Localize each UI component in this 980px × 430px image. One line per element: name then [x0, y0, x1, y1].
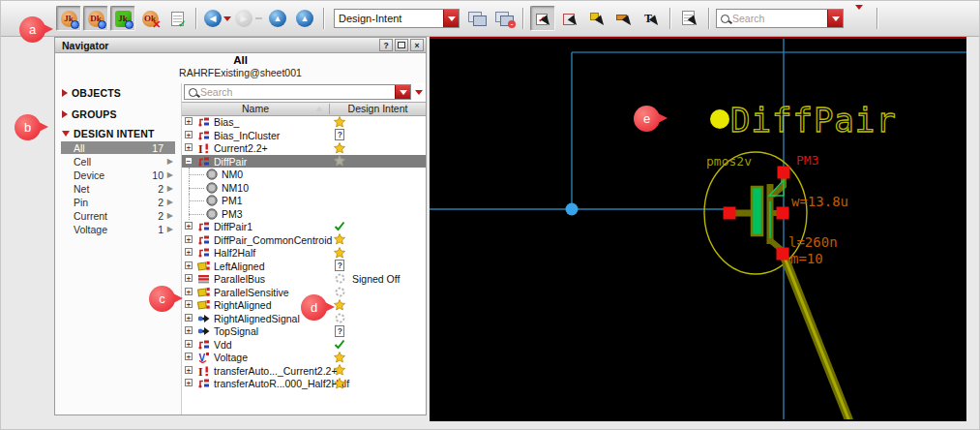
restore-button[interactable] [395, 39, 408, 51]
filter-pin[interactable]: Pin2▶ [61, 196, 175, 208]
expand-icon[interactable]: + [185, 326, 193, 334]
tree-row-half2half[interactable]: +Half2Half [182, 246, 426, 260]
design-intent-cell[interactable] [329, 312, 350, 325]
toolbar-search-input[interactable]: Search [716, 9, 844, 28]
tree-row-vdd[interactable]: +Vdd [182, 338, 426, 352]
tree-row-transferautor-000-half2half[interactable]: +transferAutoR...000_Half2Half [182, 377, 426, 390]
tree-row-topsignal[interactable]: +TopSignal? [182, 324, 426, 338]
design-intent-cell[interactable] [329, 364, 350, 378]
expand-icon[interactable]: + [185, 340, 193, 348]
close-button[interactable]: × [410, 39, 424, 51]
design-intent-cell[interactable] [329, 233, 350, 247]
attach-intent-button[interactable]: Jk [56, 6, 81, 31]
section-design-intent[interactable]: DESIGN INTENT [62, 128, 155, 139]
expand-icon[interactable]: + [185, 314, 193, 322]
design-intent-cell[interactable] [329, 351, 350, 364]
expand-icon[interactable]: + [185, 300, 193, 308]
tree-row-diffpair1[interactable]: +DiffPair1 [182, 220, 426, 233]
tree-row-voltage[interactable]: +VVoltage [182, 351, 426, 364]
tree-row-nm0[interactable]: NM0 [182, 168, 426, 181]
column-header-name[interactable]: Name [182, 103, 329, 114]
expand-icon[interactable]: + [185, 131, 193, 138]
search-history-button[interactable] [413, 90, 424, 95]
column-header-design-intent[interactable]: Design Intent [330, 103, 426, 114]
device-type-label[interactable]: pmos2v [706, 154, 752, 169]
expand-icon[interactable]: + [185, 222, 193, 230]
design-intent-cell[interactable] [329, 155, 350, 169]
select-area-button[interactable] [557, 6, 582, 31]
remove-window-button[interactable]: - [491, 6, 517, 31]
navigator-titlebar[interactable]: Navigator ? × [55, 38, 426, 53]
filter-current[interactable]: Current2▶ [61, 209, 175, 222]
expand-icon[interactable]: + [185, 117, 193, 125]
tree-row-nm10[interactable]: NM10 [182, 181, 426, 195]
section-objects[interactable]: OBJECTS [62, 87, 121, 99]
tree-row-parallelbus[interactable]: +ParallelBusSigned Off [182, 272, 426, 286]
tree-row-pm3[interactable]: PM3 [182, 207, 426, 221]
design-intent-cell[interactable] [329, 141, 350, 155]
select-text-button[interactable]: T [638, 6, 664, 31]
design-intent-cell[interactable] [329, 338, 350, 352]
expand-icon[interactable]: + [185, 235, 193, 243]
section-groups[interactable]: GROUPS [62, 108, 117, 120]
design-intent-cell[interactable] [329, 246, 350, 260]
forward-button[interactable]: ▶ [234, 6, 263, 31]
attach-net-intent-button[interactable]: Jk [110, 6, 135, 31]
select-verified-button[interactable]: ✓ [530, 6, 555, 31]
expand-icon[interactable]: + [185, 248, 193, 256]
design-intent-cell[interactable] [329, 377, 350, 390]
filter-voltage[interactable]: Voltage1▶ [61, 223, 175, 235]
help-button[interactable]: ? [379, 39, 393, 51]
design-intent-cell[interactable] [329, 115, 350, 129]
instance-name-label[interactable]: PM3 [796, 153, 818, 168]
tree-row-pm1[interactable]: PM1 [182, 194, 426, 207]
report-button[interactable] [677, 6, 702, 31]
expand-icon[interactable]: + [185, 288, 193, 295]
design-intent-cell[interactable] [329, 286, 350, 299]
expand-icon[interactable]: + [185, 261, 193, 269]
param-length-label[interactable]: l=260n [788, 234, 838, 250]
filter-net[interactable]: Net2▶ [61, 182, 175, 195]
design-intent-cell[interactable] [329, 272, 350, 286]
duplicate-window-button[interactable] [464, 6, 490, 31]
attach-device-intent-button[interactable]: Dk [83, 6, 108, 31]
design-intent-cell[interactable]: ? [329, 324, 350, 338]
remove-intent-button[interactable]: Ok✕ [137, 6, 163, 31]
search-dropdown-button[interactable] [395, 85, 410, 99]
tree-row-diffpair-commoncentroid[interactable]: +DiffPair_CommonCentroid [182, 233, 426, 247]
search-dropdown-button[interactable] [827, 10, 843, 27]
combo-dropdown-button[interactable] [443, 10, 459, 27]
tree-search-input[interactable]: Search [184, 84, 411, 100]
tree-header[interactable]: Name Design Intent [182, 102, 426, 116]
tree-row-diffpair[interactable]: −DiffPair [182, 155, 426, 169]
tree-row-leftaligned[interactable]: +LeftAligned? [182, 260, 426, 273]
tree-row-transferauto-current2-2-[interactable]: +ItransferAuto..._Current2.2+ [182, 364, 426, 378]
verify-intent-button[interactable]: ✓ [164, 6, 190, 31]
top-hierarchy-button[interactable]: ▲ [292, 6, 317, 31]
design-intent-cell[interactable]: ? [329, 129, 350, 142]
expand-icon[interactable]: + [185, 366, 193, 374]
tree-row-current2-2-[interactable]: +ICurrent2.2+ [182, 141, 426, 155]
search-options-button[interactable] [846, 6, 871, 31]
select-probe-button[interactable] [611, 6, 637, 31]
expand-icon[interactable]: + [185, 274, 193, 282]
filter-cell[interactable]: Cell▶ [61, 155, 175, 168]
design-intent-cell[interactable]: ? [329, 260, 350, 273]
group-label[interactable]: DiffPair [730, 101, 897, 139]
param-multiplier-label[interactable]: m=10 [790, 251, 823, 266]
up-hierarchy-button[interactable]: ▲ [265, 6, 290, 31]
expand-icon[interactable]: + [185, 353, 193, 360]
expand-icon[interactable]: + [185, 379, 193, 386]
design-intent-cell[interactable] [329, 220, 350, 233]
expand-icon[interactable]: + [185, 143, 193, 151]
filter-all[interactable]: All17 [61, 141, 175, 154]
filter-device[interactable]: Device10▶ [61, 169, 175, 181]
param-width-label[interactable]: w=13.8u [791, 194, 848, 209]
collapse-icon[interactable]: − [185, 157, 193, 165]
design-intent-select[interactable]: Design-Intent [334, 9, 460, 28]
select-flag-button[interactable] [584, 6, 609, 31]
tree-row-bias-[interactable]: +Bias_ [182, 115, 426, 129]
tree-row-bias-incluster[interactable]: +Bias_InCluster? [182, 129, 426, 142]
back-button[interactable]: ◀ [203, 6, 232, 31]
layout-canvas[interactable]: DiffPair pmos2v PM3 w=13.8u l=260n m=10 [430, 37, 966, 421]
